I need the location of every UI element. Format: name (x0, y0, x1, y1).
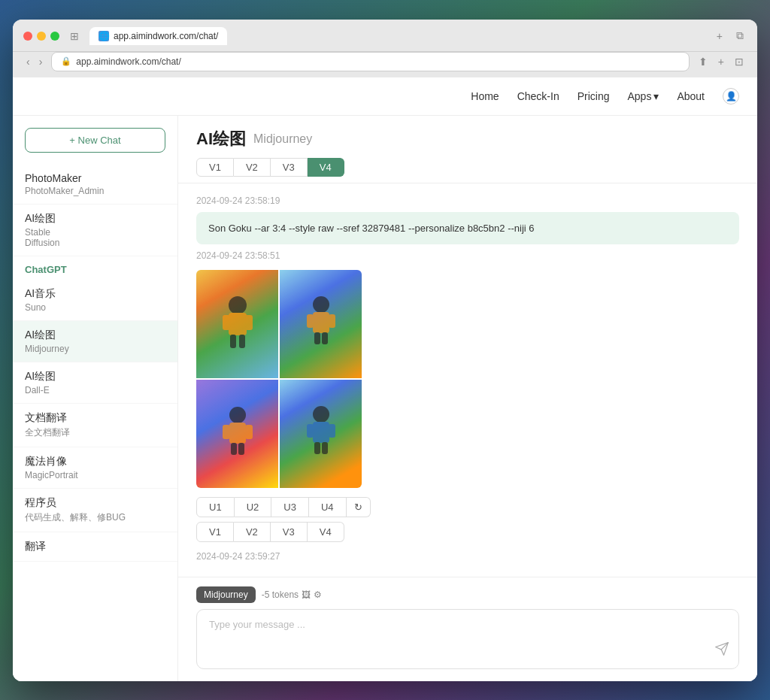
share-button[interactable]: ⬆ (696, 54, 711, 69)
input-toolbar: Midjourney -5 tokens 🖼 ⚙ (196, 586, 739, 603)
sidebar-item-programmer[interactable]: 程序员 代码生成、解释、修BUG (13, 489, 177, 532)
nav-apps-label: Apps (627, 90, 651, 102)
version-tab-v3[interactable]: V3 (271, 158, 308, 177)
sidebar-item-subtitle: 全文档翻译 (25, 426, 165, 439)
sidebar-item-subtitle: Suno (25, 302, 165, 313)
nav-about[interactable]: About (677, 90, 705, 102)
v2-button[interactable]: V2 (234, 522, 271, 542)
send-button[interactable] (714, 641, 729, 659)
tab-bar: 🌐 app.aimindwork.com/chat/ (89, 27, 706, 45)
image-cell-2[interactable] (280, 270, 362, 378)
version-tab-v1[interactable]: V1 (196, 158, 234, 177)
sidebar-item-title: 翻译 (25, 540, 165, 553)
svg-rect-11 (322, 332, 328, 344)
back-button[interactable]: ‹ (23, 54, 33, 69)
nav-checkin[interactable]: Check-In (517, 90, 559, 102)
address-bar[interactable]: 🔒 app.aimindwork.com/chat/ (51, 52, 689, 71)
u-buttons-row: U1 U2 U3 U4 ↻ (196, 497, 739, 517)
image-icon: 🖼 (302, 589, 311, 600)
image-cell-4[interactable] (280, 380, 362, 488)
chat-title-main: AI绘图 (196, 128, 246, 150)
version-tab-v4[interactable]: V4 (308, 158, 344, 177)
tab-url: app.aimindwork.com/chat/ (114, 31, 218, 41)
svg-rect-14 (223, 425, 230, 439)
tab-grid-button[interactable]: ⊞ (67, 29, 82, 44)
version-tab-v2[interactable]: V2 (234, 158, 271, 177)
svg-rect-3 (245, 315, 253, 330)
input-area: Midjourney -5 tokens 🖼 ⚙ Type your messa… (178, 577, 757, 681)
sidebar-item-magic-portrait[interactable]: 魔法肖像 MagicPortrait (13, 447, 177, 489)
toolbar-actions: ⬆ + ⊡ (696, 54, 747, 69)
svg-rect-16 (231, 443, 237, 455)
svg-rect-19 (313, 422, 329, 443)
nav-home[interactable]: Home (471, 90, 499, 102)
add-bookmark-button[interactable]: + (715, 54, 727, 69)
new-tab-button[interactable]: + (714, 29, 726, 44)
sidebar-item-title: AI绘图 (25, 212, 165, 226)
u4-button[interactable]: U4 (309, 497, 347, 517)
sidebar: + New Chat PhotoMaker PhotoMaker_Admin A… (13, 116, 178, 681)
svg-rect-1 (229, 313, 247, 335)
sidebar-item-title: AI绘图 (25, 329, 165, 342)
message-bubble: Son Goku --ar 3:4 --style raw --sref 328… (196, 212, 739, 245)
svg-rect-7 (313, 312, 329, 333)
user-profile-icon[interactable]: 👤 (723, 88, 739, 105)
v1-button[interactable]: V1 (196, 522, 234, 542)
version-tabs: V1 V2 V3 V4 (196, 158, 739, 177)
window-button[interactable]: ⧉ (733, 28, 747, 44)
browser-controls: ⊞ (67, 29, 82, 44)
token-count: -5 tokens (262, 589, 299, 600)
refresh-button[interactable]: ↻ (347, 497, 371, 517)
browser-chrome: ⊞ 🌐 app.aimindwork.com/chat/ + ⧉ (13, 20, 757, 52)
sidebar-item-title: 程序员 (25, 496, 165, 510)
svg-rect-23 (322, 442, 328, 454)
sidebar-item-photomaker[interactable]: PhotoMaker PhotoMaker_Admin (13, 165, 177, 205)
sidebar-section-chatgpt: ChatGPT (13, 256, 177, 280)
svg-rect-17 (238, 443, 244, 455)
nav-pricing[interactable]: Pricing (578, 90, 610, 102)
lock-icon: 🔒 (61, 56, 71, 66)
v3-button[interactable]: V3 (271, 522, 308, 542)
minimize-button[interactable] (37, 32, 46, 41)
sidebar-item-title: AI音乐 (25, 287, 165, 301)
svg-rect-20 (307, 424, 314, 438)
message-input-container[interactable]: Type your message ... (196, 609, 739, 669)
u1-button[interactable]: U1 (196, 497, 235, 517)
user-icon-symbol: 👤 (726, 91, 737, 102)
action-buttons: U1 U2 U3 U4 ↻ V1 V2 V3 V4 (196, 497, 739, 542)
sidebar-item-ai-music[interactable]: AI音乐 Suno (13, 280, 177, 321)
close-button[interactable] (23, 32, 32, 41)
svg-rect-15 (245, 425, 253, 439)
nav-apps[interactable]: Apps ▾ (627, 90, 659, 102)
image-cell-3[interactable] (196, 380, 278, 488)
address-bar-row: ‹ › 🔒 app.aimindwork.com/chat/ ⬆ + ⊡ (13, 52, 757, 77)
token-info: -5 tokens 🖼 ⚙ (262, 589, 322, 600)
messages-area: 2024-09-24 23:58:19 Son Goku --ar 3:4 --… (178, 183, 757, 577)
sidebar-toggle[interactable]: ⊡ (732, 54, 747, 69)
chat-area: AI绘图 Midjourney V1 V2 V3 V4 2024-09-24 2… (178, 116, 757, 681)
active-tab[interactable]: 🌐 app.aimindwork.com/chat/ (89, 27, 227, 45)
settings-icon[interactable]: ⚙ (314, 589, 322, 600)
sidebar-item-doc-translate[interactable]: 文档翻译 全文档翻译 (13, 404, 177, 447)
forward-button[interactable]: › (36, 54, 46, 69)
v4-button[interactable]: V4 (308, 522, 344, 542)
u3-button[interactable]: U3 (271, 497, 309, 517)
new-chat-button[interactable]: + New Chat (25, 128, 165, 153)
u2-button[interactable]: U2 (235, 497, 272, 517)
sidebar-item-subtitle: PhotoMaker_Admin (25, 186, 165, 196)
chat-title-row: AI绘图 Midjourney (196, 128, 739, 150)
sidebar-item-dalle[interactable]: AI绘图 Dall-E (13, 362, 177, 404)
message-placeholder: Type your message ... (209, 619, 726, 630)
sidebar-item-translate[interactable]: 翻译 (13, 532, 177, 562)
nav-apps-arrow: ▾ (653, 90, 659, 102)
sidebar-item-ai-stable[interactable]: AI绘图 StableDiffusion (13, 205, 177, 256)
sidebar-item-subtitle: StableDiffusion (25, 227, 165, 248)
timestamp-bottom: 2024-09-24 23:59:27 (196, 551, 739, 562)
midjourney-badge[interactable]: Midjourney (196, 586, 256, 603)
svg-point-0 (229, 296, 247, 314)
svg-rect-9 (329, 314, 335, 328)
tab-favicon: 🌐 (99, 31, 109, 41)
maximize-button[interactable] (50, 32, 59, 41)
sidebar-item-midjourney[interactable]: AI绘图 Midjourney (13, 321, 177, 362)
image-cell-1[interactable] (196, 270, 278, 378)
